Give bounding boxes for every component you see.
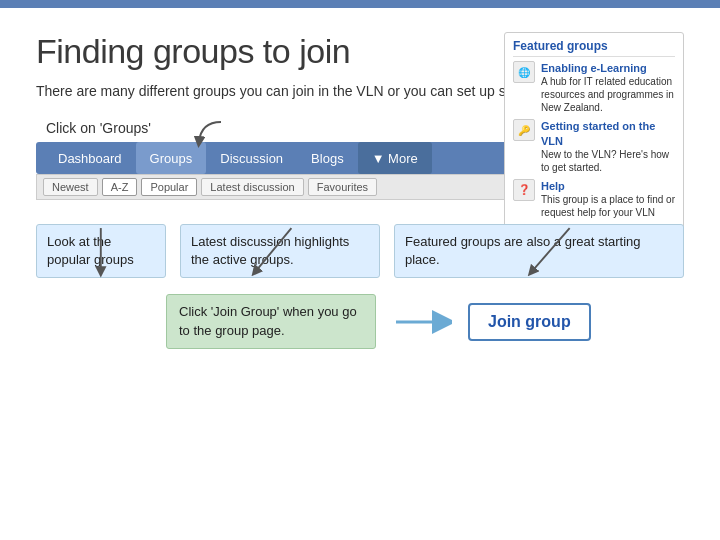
sub-nav-bar: Newest A-Z Popular Latest discussion Fav… <box>36 174 516 200</box>
popular-annotation: Look at the popular groups <box>36 224 166 278</box>
subnav-newest[interactable]: Newest <box>43 178 98 196</box>
featured-item-1: 🔑 Getting started on the VLN New to the … <box>513 119 675 174</box>
featured-item-2: ❓ Help This group is a place to find or … <box>513 179 675 219</box>
featured-item-0: 🌐 Enabling e-Learning A hub for IT relat… <box>513 61 675 114</box>
subnav-popular[interactable]: Popular <box>141 178 197 196</box>
featured-item-0-desc: A hub for IT related education resources… <box>541 75 675 114</box>
featured-item-1-name: Getting started on the VLN <box>541 119 675 148</box>
join-click-annotation: Click 'Join Group' when you go to the gr… <box>166 294 376 348</box>
featured-title: Featured groups <box>513 39 675 57</box>
featured-icon-2: ❓ <box>513 179 535 201</box>
featured-icon-1: 🔑 <box>513 119 535 141</box>
nav-blogs[interactable]: Blogs <box>297 142 358 174</box>
featured-item-2-name: Help <box>541 179 675 193</box>
groups-arrow-icon <box>191 120 231 150</box>
nav-dashboard[interactable]: Dashboard <box>44 142 136 174</box>
col-featured: Featured groups are also a great startin… <box>394 224 684 278</box>
join-arrow <box>392 310 452 334</box>
nav-bar: Dashboard Groups Discussion Blogs ▼ More… <box>36 142 516 200</box>
col-popular: Look at the popular groups <box>36 224 166 278</box>
join-group-button[interactable]: Join group <box>468 303 591 341</box>
col-latest: Latest discussion highlights the active … <box>180 224 380 278</box>
nav-more[interactable]: ▼ More <box>358 142 432 174</box>
latest-annotation: Latest discussion highlights the active … <box>180 224 380 278</box>
subnav-favourites[interactable]: Favourites <box>308 178 377 196</box>
join-arrow-icon <box>392 310 452 334</box>
featured-item-0-name: Enabling e-Learning <box>541 61 675 75</box>
subnav-latest[interactable]: Latest discussion <box>201 178 303 196</box>
top-bar <box>0 0 720 8</box>
featured-annotation: Featured groups are also a great startin… <box>394 224 684 278</box>
subnav-az[interactable]: A-Z <box>102 178 138 196</box>
featured-icon-0: 🌐 <box>513 61 535 83</box>
featured-item-1-desc: New to the VLN? Here's how to get starte… <box>541 148 675 174</box>
